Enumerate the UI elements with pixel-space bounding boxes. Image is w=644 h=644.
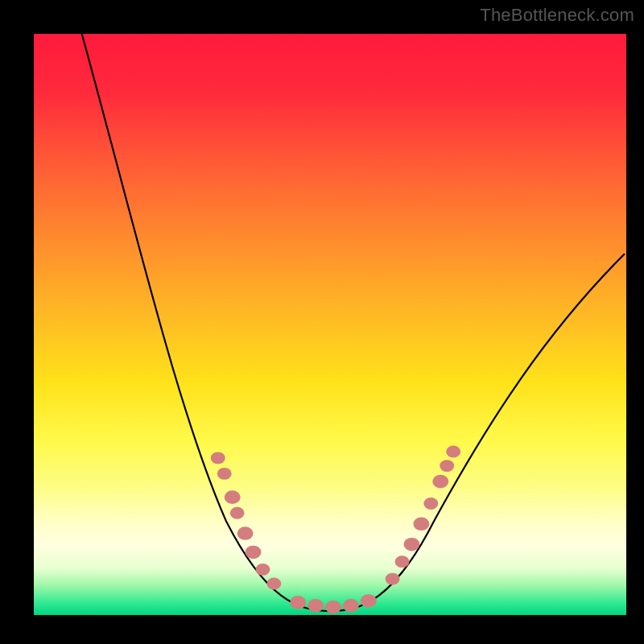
markers-right: [386, 446, 460, 585]
data-marker: [217, 468, 232, 480]
watermark-text: TheBottleneck.com: [480, 5, 634, 26]
data-marker: [446, 446, 460, 458]
data-marker: [230, 507, 245, 519]
data-marker: [440, 460, 454, 472]
data-marker: [423, 497, 438, 510]
data-marker: [290, 596, 306, 609]
data-marker: [404, 538, 420, 551]
data-marker: [386, 573, 400, 585]
chart-svg: [34, 34, 626, 615]
data-marker: [413, 518, 429, 531]
data-marker: [246, 546, 262, 559]
data-marker: [256, 564, 270, 576]
data-marker: [432, 475, 448, 489]
data-marker: [343, 599, 359, 613]
data-marker: [266, 578, 281, 590]
markers-left: [211, 452, 282, 589]
data-marker: [211, 452, 225, 464]
data-marker: [225, 490, 241, 504]
data-marker: [308, 599, 324, 613]
bottleneck-curve: [82, 34, 625, 611]
data-marker: [361, 594, 377, 608]
data-marker: [237, 526, 254, 540]
chart-frame: TheBottleneck.com: [0, 0, 644, 644]
data-marker: [395, 555, 410, 568]
data-marker: [325, 601, 341, 614]
markers-valley: [290, 594, 376, 613]
plot-area: [32, 32, 628, 628]
